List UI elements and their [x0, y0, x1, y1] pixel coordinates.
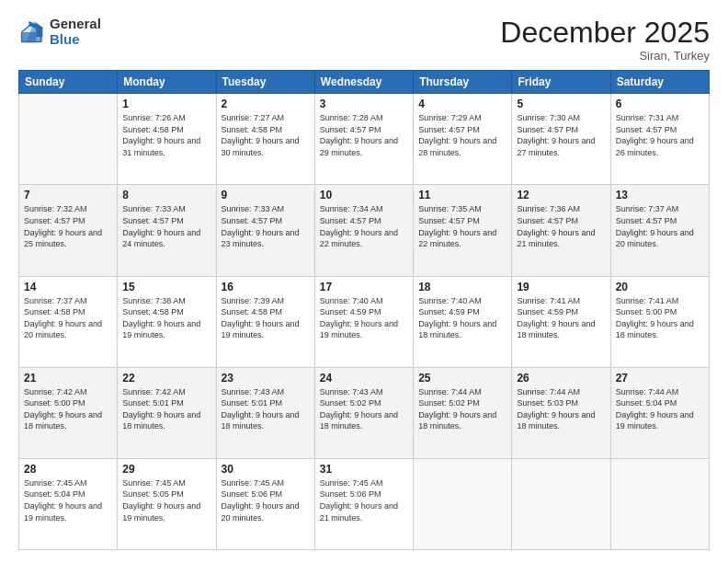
day-info: Sunrise: 7:44 AMSunset: 5:03 PMDaylight:…	[517, 386, 605, 432]
day-number: 13	[616, 189, 704, 201]
calendar-cell: 7Sunrise: 7:32 AMSunset: 4:57 PMDaylight…	[19, 185, 118, 276]
day-info: Sunrise: 7:30 AMSunset: 4:57 PMDaylight:…	[517, 112, 605, 158]
title-block: December 2025 Siran, Turkey	[500, 17, 710, 63]
day-number: 23	[222, 372, 310, 385]
day-number: 1	[122, 98, 210, 110]
day-number: 16	[222, 281, 310, 293]
day-info: Sunrise: 7:31 AMSunset: 4:57 PMDaylight:…	[616, 112, 704, 158]
day-info: Sunrise: 7:45 AMSunset: 5:05 PMDaylight:…	[122, 477, 210, 523]
day-number: 20	[616, 281, 704, 293]
calendar-cell: 21Sunrise: 7:42 AMSunset: 5:00 PMDayligh…	[19, 367, 118, 458]
header-row: SundayMondayTuesdayWednesdayThursdayFrid…	[19, 71, 710, 94]
calendar-cell: 15Sunrise: 7:38 AMSunset: 4:58 PMDayligh…	[118, 276, 216, 367]
day-number: 18	[418, 281, 506, 293]
calendar-cell: 27Sunrise: 7:44 AMSunset: 5:04 PMDayligh…	[610, 367, 709, 458]
day-info: Sunrise: 7:37 AMSunset: 4:58 PMDaylight:…	[24, 295, 112, 341]
day-info: Sunrise: 7:33 AMSunset: 4:57 PMDaylight:…	[122, 203, 210, 249]
calendar-cell	[19, 94, 118, 185]
calendar-cell: 22Sunrise: 7:42 AMSunset: 5:01 PMDayligh…	[118, 367, 216, 458]
calendar-cell: 19Sunrise: 7:41 AMSunset: 4:59 PMDayligh…	[512, 276, 610, 367]
day-header-saturday: Saturday	[610, 71, 709, 94]
day-number: 10	[320, 189, 408, 201]
week-row-5: 28Sunrise: 7:45 AMSunset: 5:04 PMDayligh…	[19, 458, 710, 549]
day-info: Sunrise: 7:43 AMSunset: 5:02 PMDaylight:…	[320, 386, 408, 432]
calendar-cell: 11Sunrise: 7:35 AMSunset: 4:57 PMDayligh…	[414, 185, 512, 276]
calendar-cell: 24Sunrise: 7:43 AMSunset: 5:02 PMDayligh…	[314, 367, 413, 458]
calendar-cell: 8Sunrise: 7:33 AMSunset: 4:57 PMDaylight…	[118, 185, 216, 276]
day-number: 5	[517, 98, 605, 110]
day-number: 30	[222, 463, 310, 476]
day-info: Sunrise: 7:42 AMSunset: 5:00 PMDaylight:…	[24, 386, 112, 432]
day-info: Sunrise: 7:36 AMSunset: 4:57 PMDaylight:…	[517, 203, 605, 249]
location-subtitle: Siran, Turkey	[500, 49, 710, 63]
logo-text: General Blue	[50, 17, 101, 47]
page: General Blue December 2025 Siran, Turkey…	[0, 0, 728, 563]
calendar-cell: 25Sunrise: 7:44 AMSunset: 5:02 PMDayligh…	[414, 367, 512, 458]
logo-general: General	[50, 17, 101, 32]
logo: General Blue	[18, 17, 101, 47]
day-info: Sunrise: 7:37 AMSunset: 4:57 PMDaylight:…	[616, 203, 704, 249]
calendar-cell: 30Sunrise: 7:45 AMSunset: 5:06 PMDayligh…	[216, 458, 314, 549]
calendar-cell: 29Sunrise: 7:45 AMSunset: 5:05 PMDayligh…	[118, 458, 216, 549]
calendar-cell: 20Sunrise: 7:41 AMSunset: 5:00 PMDayligh…	[610, 276, 709, 367]
day-info: Sunrise: 7:44 AMSunset: 5:04 PMDaylight:…	[616, 386, 704, 432]
day-number: 8	[122, 189, 210, 201]
calendar-cell: 12Sunrise: 7:36 AMSunset: 4:57 PMDayligh…	[512, 185, 610, 276]
day-info: Sunrise: 7:45 AMSunset: 5:06 PMDaylight:…	[320, 477, 408, 523]
calendar-table: SundayMondayTuesdayWednesdayThursdayFrid…	[18, 70, 710, 550]
day-info: Sunrise: 7:34 AMSunset: 4:57 PMDaylight:…	[320, 203, 408, 249]
logo-blue: Blue	[50, 32, 101, 48]
week-row-3: 14Sunrise: 7:37 AMSunset: 4:58 PMDayligh…	[19, 276, 710, 367]
day-info: Sunrise: 7:43 AMSunset: 5:01 PMDaylight:…	[222, 386, 310, 432]
day-number: 19	[517, 281, 605, 293]
day-info: Sunrise: 7:42 AMSunset: 5:01 PMDaylight:…	[122, 386, 210, 432]
day-number: 2	[222, 98, 310, 110]
month-title: December 2025	[500, 17, 710, 49]
day-number: 3	[320, 98, 408, 110]
day-number: 21	[24, 372, 112, 385]
day-number: 14	[24, 281, 112, 293]
week-row-4: 21Sunrise: 7:42 AMSunset: 5:00 PMDayligh…	[19, 367, 710, 458]
calendar-cell: 28Sunrise: 7:45 AMSunset: 5:04 PMDayligh…	[19, 458, 118, 549]
day-number: 24	[320, 372, 408, 385]
day-info: Sunrise: 7:41 AMSunset: 5:00 PMDaylight:…	[616, 295, 704, 341]
day-number: 29	[122, 463, 210, 476]
day-number: 22	[122, 372, 210, 385]
calendar-cell: 13Sunrise: 7:37 AMSunset: 4:57 PMDayligh…	[610, 185, 709, 276]
calendar-cell: 31Sunrise: 7:45 AMSunset: 5:06 PMDayligh…	[314, 458, 413, 549]
day-info: Sunrise: 7:38 AMSunset: 4:58 PMDaylight:…	[122, 295, 210, 341]
day-number: 7	[24, 189, 112, 201]
calendar-cell: 17Sunrise: 7:40 AMSunset: 4:59 PMDayligh…	[314, 276, 413, 367]
week-row-1: 1Sunrise: 7:26 AMSunset: 4:58 PMDaylight…	[19, 94, 710, 185]
day-number: 6	[616, 98, 704, 110]
calendar-cell	[512, 458, 610, 549]
calendar-cell: 23Sunrise: 7:43 AMSunset: 5:01 PMDayligh…	[216, 367, 314, 458]
logo-icon	[18, 19, 44, 45]
day-info: Sunrise: 7:45 AMSunset: 5:04 PMDaylight:…	[24, 477, 112, 523]
calendar-cell	[610, 458, 709, 549]
day-number: 27	[616, 372, 704, 385]
day-number: 11	[418, 189, 506, 201]
day-header-sunday: Sunday	[19, 71, 118, 94]
calendar-cell: 18Sunrise: 7:40 AMSunset: 4:59 PMDayligh…	[414, 276, 512, 367]
day-info: Sunrise: 7:44 AMSunset: 5:02 PMDaylight:…	[418, 386, 506, 432]
day-info: Sunrise: 7:26 AMSunset: 4:58 PMDaylight:…	[122, 112, 210, 158]
calendar-cell: 14Sunrise: 7:37 AMSunset: 4:58 PMDayligh…	[19, 276, 118, 367]
calendar-cell: 10Sunrise: 7:34 AMSunset: 4:57 PMDayligh…	[314, 185, 413, 276]
day-info: Sunrise: 7:40 AMSunset: 4:59 PMDaylight:…	[418, 295, 506, 341]
day-info: Sunrise: 7:45 AMSunset: 5:06 PMDaylight:…	[222, 477, 310, 523]
day-info: Sunrise: 7:39 AMSunset: 4:58 PMDaylight:…	[222, 295, 310, 341]
day-number: 26	[517, 372, 605, 385]
day-header-wednesday: Wednesday	[314, 71, 413, 94]
day-header-thursday: Thursday	[414, 71, 512, 94]
day-info: Sunrise: 7:35 AMSunset: 4:57 PMDaylight:…	[418, 203, 506, 249]
svg-rect-4	[22, 32, 37, 42]
day-info: Sunrise: 7:29 AMSunset: 4:57 PMDaylight:…	[418, 112, 506, 158]
day-info: Sunrise: 7:28 AMSunset: 4:57 PMDaylight:…	[320, 112, 408, 158]
day-info: Sunrise: 7:33 AMSunset: 4:57 PMDaylight:…	[222, 203, 310, 249]
calendar-cell: 6Sunrise: 7:31 AMSunset: 4:57 PMDaylight…	[610, 94, 709, 185]
day-number: 12	[517, 189, 605, 201]
day-number: 9	[222, 189, 310, 201]
header: General Blue December 2025 Siran, Turkey	[18, 17, 710, 63]
calendar-cell: 3Sunrise: 7:28 AMSunset: 4:57 PMDaylight…	[314, 94, 413, 185]
